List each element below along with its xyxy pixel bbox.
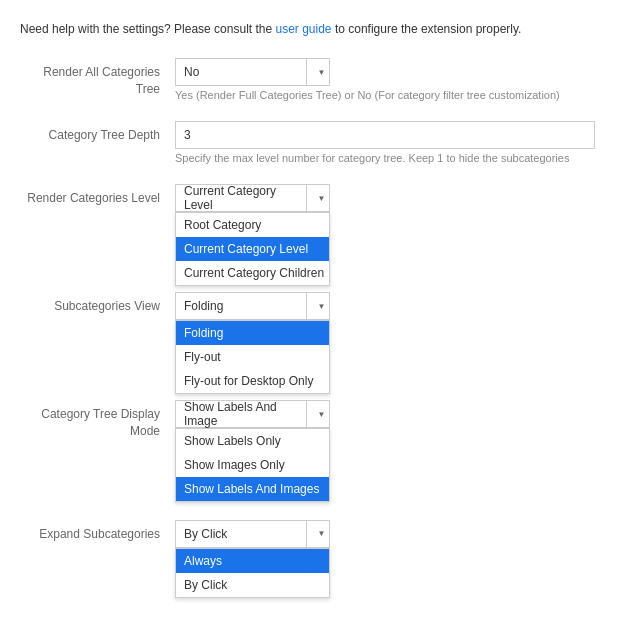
expand-subcategories-select-wrapper: By Click Always By Click	[175, 520, 330, 548]
expand-subcategories-dropdown: Always By Click	[175, 548, 330, 598]
render-categories-level-value: Current Category Level	[184, 184, 305, 212]
render-categories-level-dropdown: Root Category Current Category Level Cur…	[175, 212, 330, 286]
render-all-categories-value: No	[184, 65, 199, 79]
category-tree-depth-input[interactable]	[175, 121, 595, 149]
render-categories-level-arrow	[306, 184, 330, 212]
help-text-before: Need help with the settings? Please cons…	[20, 22, 276, 36]
expand-subcategories-value: By Click	[184, 527, 227, 541]
category-tree-display-value: Show Labels And Image	[184, 400, 305, 428]
subcategories-view-row: Subcategories View Folding Folding Fly-o…	[20, 292, 599, 320]
render-all-categories-label: Render All Categories Tree	[20, 58, 175, 98]
render-categories-level-label: Render Categories Level	[20, 184, 175, 207]
category-tree-display-row: Category Tree Display Mode Show Labels A…	[20, 400, 599, 440]
subcategories-view-value: Folding	[184, 299, 223, 313]
category-tree-display-dropdown: Show Labels Only Show Images Only Show L…	[175, 428, 330, 502]
render-all-categories-select[interactable]: No	[175, 58, 330, 86]
expand-subcategories-arrow	[306, 520, 330, 548]
render-categories-level-control: Current Category Level Root Category Cur…	[175, 184, 599, 212]
category-tree-display-control: Show Labels And Image Show Labels Only S…	[175, 400, 599, 428]
category-tree-depth-label: Category Tree Depth	[20, 121, 175, 144]
category-tree-depth-row: Category Tree Depth Specify the max leve…	[20, 121, 599, 164]
render-categories-level-option-current[interactable]: Current Category Level	[176, 237, 329, 261]
subcategories-view-option-flyout[interactable]: Fly-out	[176, 345, 329, 369]
subcategories-view-arrow	[306, 292, 330, 320]
subcategories-view-dropdown: Folding Fly-out Fly-out for Desktop Only	[175, 320, 330, 394]
expand-subcategories-label: Expand Subcategories	[20, 520, 175, 543]
category-tree-display-select[interactable]: Show Labels And Image	[175, 400, 330, 428]
subcategories-view-select[interactable]: Folding	[175, 292, 330, 320]
category-tree-display-option-labels-images[interactable]: Show Labels And Images	[176, 477, 329, 501]
category-tree-display-option-images-only[interactable]: Show Images Only	[176, 453, 329, 477]
render-all-categories-hint: Yes (Render Full Categories Tree) or No …	[175, 89, 599, 101]
subcategories-view-option-flyout-desktop[interactable]: Fly-out for Desktop Only	[176, 369, 329, 393]
category-tree-display-label: Category Tree Display Mode	[20, 400, 175, 440]
category-tree-depth-hint: Specify the max level number for categor…	[175, 152, 599, 164]
user-guide-link[interactable]: user guide	[276, 22, 332, 36]
expand-subcategories-select[interactable]: By Click	[175, 520, 330, 548]
category-tree-display-option-labels-only[interactable]: Show Labels Only	[176, 429, 329, 453]
render-all-categories-control: No Yes (Render Full Categories Tree) or …	[175, 58, 599, 101]
render-all-categories-arrow	[306, 58, 330, 86]
expand-subcategories-row: Expand Subcategories By Click Always By …	[20, 520, 599, 548]
subcategories-view-label: Subcategories View	[20, 292, 175, 315]
expand-subcategories-option-by-click[interactable]: By Click	[176, 573, 329, 597]
expand-subcategories-control: By Click Always By Click	[175, 520, 599, 548]
category-tree-display-select-wrapper: Show Labels And Image Show Labels Only S…	[175, 400, 330, 428]
subcategories-view-option-folding[interactable]: Folding	[176, 321, 329, 345]
subcategories-view-select-wrapper: Folding Folding Fly-out Fly-out for Desk…	[175, 292, 330, 320]
category-tree-depth-control: Specify the max level number for categor…	[175, 121, 599, 164]
render-all-categories-select-wrapper: No	[175, 58, 330, 86]
render-categories-level-option-children[interactable]: Current Category Children	[176, 261, 329, 285]
render-all-categories-row: Render All Categories Tree No Yes (Rende…	[20, 58, 599, 101]
render-categories-level-option-root[interactable]: Root Category	[176, 213, 329, 237]
subcategories-view-control: Folding Folding Fly-out Fly-out for Desk…	[175, 292, 599, 320]
render-categories-level-select[interactable]: Current Category Level	[175, 184, 330, 212]
help-text-after: to configure the extension properly.	[332, 22, 522, 36]
render-categories-level-row: Render Categories Level Current Category…	[20, 184, 599, 212]
category-tree-display-arrow	[306, 400, 330, 428]
expand-subcategories-option-always[interactable]: Always	[176, 549, 329, 573]
help-text: Need help with the settings? Please cons…	[20, 20, 599, 38]
render-categories-level-select-wrapper: Current Category Level Root Category Cur…	[175, 184, 330, 212]
